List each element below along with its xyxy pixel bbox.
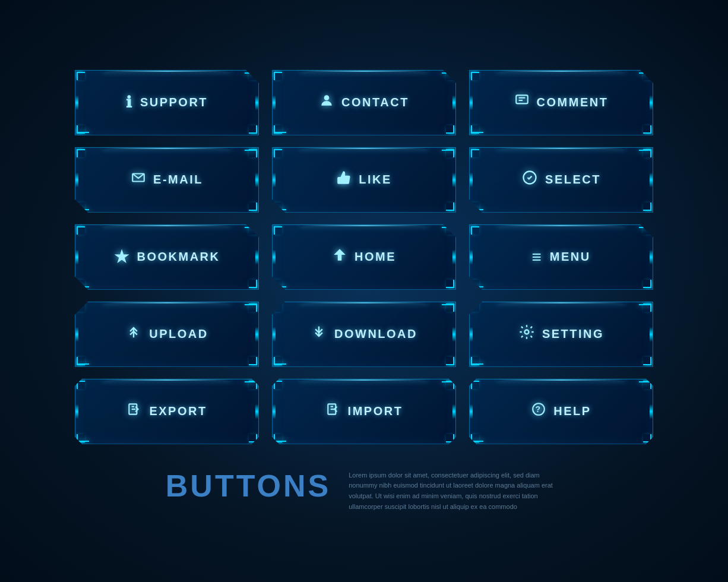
support-label: SUPPORT — [140, 96, 208, 109]
upload-button[interactable]: UPLOAD — [75, 302, 259, 367]
import-label: IMPORT — [348, 404, 403, 418]
export-button[interactable]: EXPORT — [75, 379, 259, 444]
email-icon — [131, 170, 146, 189]
settings-icon — [518, 324, 535, 344]
home-icon — [332, 247, 347, 267]
lorem-ipsum-text: Lorem ipsum dolor sit amet, consectetuer… — [349, 468, 562, 512]
svg-point-8 — [524, 330, 528, 334]
bookmark-button[interactable]: ★ BOOKMARK — [75, 224, 259, 290]
comment-button[interactable]: COMMENT — [469, 70, 653, 135]
download-label: DOWNLOAD — [334, 327, 417, 341]
help-button[interactable]: ? HELP — [469, 379, 653, 444]
import-button[interactable]: IMPORT — [272, 379, 456, 444]
setting-label: SETTING — [542, 327, 604, 341]
contact-label: CONTACT — [341, 96, 409, 109]
section-title: BUTTONS — [166, 468, 331, 504]
star-icon: ★ — [114, 247, 130, 267]
footer-section: BUTTONS Lorem ipsum dolor sit amet, cons… — [73, 468, 655, 512]
setting-button[interactable]: SETTING — [469, 302, 653, 367]
contact-button[interactable]: CONTACT — [272, 70, 456, 135]
upload-icon — [125, 324, 142, 344]
help-label: HELP — [553, 404, 591, 418]
like-button[interactable]: LIKE — [272, 147, 456, 213]
comment-icon — [514, 93, 530, 112]
home-button[interactable]: HOME — [272, 224, 456, 290]
select-button[interactable]: SELECT — [469, 147, 653, 213]
home-label: HOME — [354, 250, 396, 264]
bookmark-label: BOOKMARK — [137, 250, 220, 264]
buttons-grid: ℹ SUPPORT CONTACT — [75, 70, 653, 444]
menu-icon: ≡ — [531, 248, 542, 267]
download-button[interactable]: DOWNLOAD — [272, 302, 456, 367]
support-button[interactable]: ℹ SUPPORT — [75, 70, 259, 135]
import-icon — [325, 401, 341, 421]
email-label: E-MAIL — [153, 173, 203, 186]
svg-text:?: ? — [536, 405, 542, 415]
like-label: LIKE — [359, 173, 392, 186]
checkmark-icon — [521, 169, 538, 190]
svg-rect-1 — [516, 96, 528, 104]
person-icon — [319, 93, 334, 112]
menu-button[interactable]: ≡ MENU — [469, 224, 653, 290]
export-label: EXPORT — [149, 404, 207, 418]
comment-label: COMMENT — [537, 96, 609, 109]
thumbsup-icon — [336, 170, 352, 189]
select-label: SELECT — [545, 173, 601, 186]
menu-label: MENU — [550, 250, 591, 264]
download-icon — [311, 324, 327, 344]
upload-label: UPLOAD — [149, 327, 208, 341]
help-icon: ? — [531, 401, 546, 421]
svg-point-0 — [324, 96, 330, 101]
export-icon — [126, 401, 142, 421]
info-icon: ℹ — [126, 93, 133, 112]
email-button[interactable]: E-MAIL — [75, 147, 259, 213]
